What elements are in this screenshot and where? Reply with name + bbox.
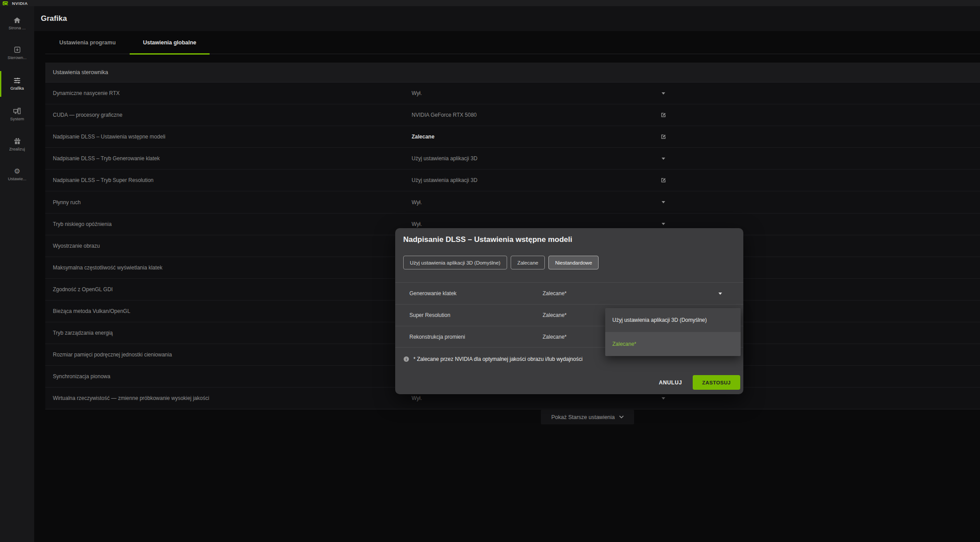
page-header: Grafika xyxy=(34,6,980,31)
dropdown-caret-icon[interactable] xyxy=(717,283,724,304)
segment-recommended[interactable]: Zalecane xyxy=(511,256,545,269)
modal-setting-value: Zalecane* xyxy=(543,283,567,304)
settings-gear-icon: ⚙ xyxy=(14,168,20,174)
redeem-gift-icon xyxy=(14,138,21,145)
setting-row-smooth-motion[interactable]: Płynny ruch Wył. xyxy=(45,191,980,213)
dropdown-caret-icon[interactable] xyxy=(659,191,667,213)
setting-row-rtx-saturation[interactable]: Dynamiczne nasycenie RTX Wył. xyxy=(45,83,980,104)
setting-row-dlss-preset[interactable]: Nadpisanie DLSS – Ustawienia wstępne mod… xyxy=(45,126,980,148)
graphics-sliders-icon xyxy=(13,77,21,84)
setting-value: Zalecane xyxy=(412,126,434,147)
nvidia-logo-icon xyxy=(3,1,8,5)
sidebar-item-label: Ustawie... xyxy=(8,176,27,181)
sidebar-item-label: Strona ... xyxy=(8,25,26,30)
modal-row-frame-generation[interactable]: Generowanie klatek Zalecane* xyxy=(395,282,743,304)
sidebar-item-label: Sterown... xyxy=(8,55,27,60)
setting-label: Dynamiczne nasycenie RTX xyxy=(53,83,120,104)
setting-label: Wirtualna rzeczywistość — zmienne próbko… xyxy=(53,388,209,409)
setting-label: Tryb niskiego opóźnienia xyxy=(53,214,111,235)
tab-global-settings[interactable]: Ustawienia globalne xyxy=(130,31,210,54)
setting-label: CUDA — procesory graficzne xyxy=(53,104,123,126)
app-title: NVIDIA xyxy=(12,1,28,6)
frame-generation-dropdown-menu: Użyj ustawienia aplikacji 3D (Domyślne) … xyxy=(605,308,741,356)
sidebar-item-redeem[interactable]: Zrealizuj xyxy=(0,131,34,158)
setting-label: Nadpisanie DLSS – Tryb Super Resolution xyxy=(53,170,154,191)
sidebar-item-settings[interactable]: ⚙ Ustawie... xyxy=(0,161,34,188)
cancel-button[interactable]: ANULUJ xyxy=(659,380,682,386)
show-legacy-settings-button[interactable]: Pokaż Starsze ustawienia xyxy=(541,410,634,424)
preset-mode-segmented-control: Użyj ustawienia aplikacji 3D (Domyślne) … xyxy=(403,256,599,269)
setting-label: Bieżąca metoda Vulkan/OpenGL xyxy=(53,301,130,322)
chevron-down-icon xyxy=(619,415,624,419)
sidebar-item-label: System xyxy=(10,116,24,121)
setting-label: Zgodność z OpenGL GDI xyxy=(53,279,113,300)
modal-setting-label: Generowanie klatek xyxy=(409,283,456,304)
setting-row-cuda-gpus[interactable]: CUDA — procesory graficzne NVIDIA GeForc… xyxy=(45,104,980,126)
modal-setting-value: Zalecane* xyxy=(543,326,567,347)
setting-value: Wył. xyxy=(412,83,422,104)
sidebar: Strona ... Sterown... Grafika xyxy=(0,6,34,542)
show-legacy-settings-label: Pokaż Starsze ustawienia xyxy=(551,414,615,420)
segment-use-3d-app-setting[interactable]: Użyj ustawienia aplikacji 3D (Domyślne) xyxy=(403,256,507,269)
modal-footer: ANULUJ ZASTOSUJ xyxy=(659,375,740,390)
dropdown-caret-icon[interactable] xyxy=(659,83,667,104)
system-icon xyxy=(13,107,21,115)
sidebar-item-label: Zrealizuj xyxy=(9,146,25,151)
page-title: Grafika xyxy=(41,6,67,31)
drivers-download-icon xyxy=(14,46,21,53)
sidebar-item-graphics[interactable]: Grafika xyxy=(0,70,34,98)
modal-setting-label: Rekonstrukcja promieni xyxy=(409,326,465,347)
home-icon xyxy=(13,17,21,24)
edit-icon[interactable] xyxy=(659,104,667,126)
tab-program-settings[interactable]: Ustawienia programu xyxy=(45,31,130,54)
setting-value: Użyj ustawienia aplikacji 3D xyxy=(412,170,477,191)
tab-bar: Ustawienia programu Ustawienia globalne xyxy=(45,31,980,54)
dropdown-caret-icon[interactable] xyxy=(659,148,667,169)
modal-setting-label: Super Resolution xyxy=(409,305,450,326)
section-title: Ustawienia sterownika xyxy=(45,63,980,83)
sidebar-item-home[interactable]: Strona ... xyxy=(0,10,34,37)
modal-title: Nadpisanie DLSS – Ustawienia wstępne mod… xyxy=(403,235,572,244)
setting-label: Rozmiar pamięci podręcznej jednostki cie… xyxy=(53,344,172,365)
title-bar: NVIDIA xyxy=(0,0,980,6)
setting-value: Użyj ustawienia aplikacji 3D xyxy=(412,148,477,169)
sidebar-item-label: Grafika xyxy=(10,86,24,91)
setting-label: Tryb zarządzania energią xyxy=(53,322,113,344)
setting-value: NVIDIA GeForce RTX 5080 xyxy=(412,104,477,126)
dropdown-option-recommended[interactable]: Zalecane* xyxy=(605,332,741,356)
modal-setting-value: Zalecane* xyxy=(543,305,567,326)
dropdown-option-use-3d-app-setting[interactable]: Użyj ustawienia aplikacji 3D (Domyślne) xyxy=(605,308,741,332)
setting-label: Nadpisanie DLSS – Tryb Generowanie klate… xyxy=(53,148,160,169)
edit-icon[interactable] xyxy=(659,126,667,147)
info-icon: i xyxy=(404,356,409,362)
nvidia-app-window: NVIDIA Strona ... Sterown... xyxy=(0,0,980,542)
setting-label: Nadpisanie DLSS – Ustawienia wstępne mod… xyxy=(53,126,165,147)
segment-custom[interactable]: Niestandardowe xyxy=(548,256,599,269)
edit-icon[interactable] xyxy=(659,170,667,191)
recommended-note-text: * Zalecane przez NVIDIA dla optymalnej j… xyxy=(413,356,583,362)
setting-value: Wył. xyxy=(412,191,422,213)
setting-row-dlss-super-resolution[interactable]: Nadpisanie DLSS – Tryb Super Resolution … xyxy=(45,170,980,191)
setting-label: Maksymalna częstotliwość wyświetlania kl… xyxy=(53,257,163,278)
sidebar-item-drivers[interactable]: Sterown... xyxy=(0,39,34,67)
recommended-note: i * Zalecane przez NVIDIA dla optymalnej… xyxy=(404,356,583,362)
setting-label: Płynny ruch xyxy=(53,191,81,213)
setting-row-dlss-frame-gen[interactable]: Nadpisanie DLSS – Tryb Generowanie klate… xyxy=(45,148,980,170)
apply-button[interactable]: ZASTOSUJ xyxy=(693,375,740,390)
sidebar-item-system[interactable]: System xyxy=(0,100,34,128)
setting-label: Synchronizacja pionowa xyxy=(53,366,110,387)
setting-label: Wyostrzanie obrazu xyxy=(53,235,100,257)
